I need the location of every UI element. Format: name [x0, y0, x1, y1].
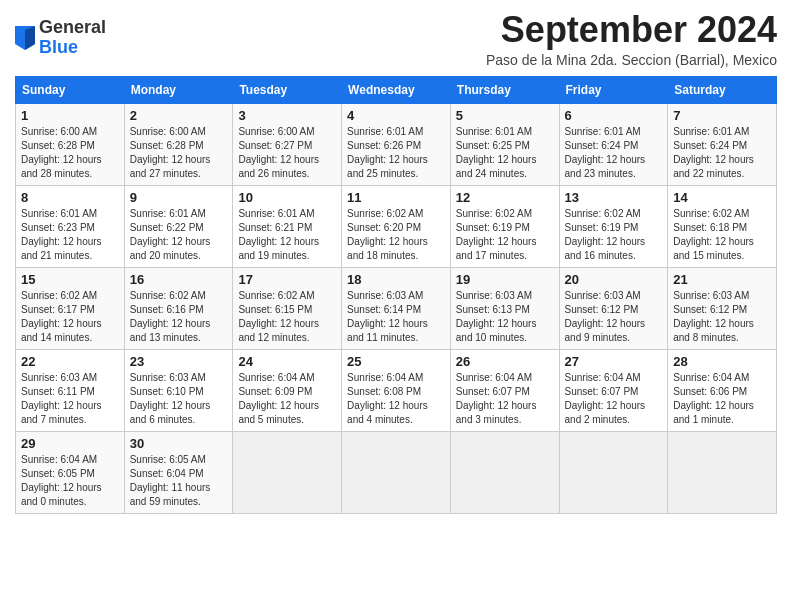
day-cell: 8 Sunrise: 6:01 AM Sunset: 6:23 PM Dayli…: [16, 185, 125, 267]
day-number: 20: [565, 272, 663, 287]
day-cell: [668, 431, 777, 513]
day-number: 10: [238, 190, 336, 205]
day-detail: Sunrise: 6:03 AM Sunset: 6:10 PM Dayligh…: [130, 371, 228, 427]
day-cell: 23 Sunrise: 6:03 AM Sunset: 6:10 PM Dayl…: [124, 349, 233, 431]
day-detail: Sunrise: 6:05 AM Sunset: 6:04 PM Dayligh…: [130, 453, 228, 509]
day-cell: [233, 431, 342, 513]
day-detail: Sunrise: 6:01 AM Sunset: 6:22 PM Dayligh…: [130, 207, 228, 263]
day-detail: Sunrise: 6:01 AM Sunset: 6:23 PM Dayligh…: [21, 207, 119, 263]
day-cell: 27 Sunrise: 6:04 AM Sunset: 6:07 PM Dayl…: [559, 349, 668, 431]
day-number: 4: [347, 108, 445, 123]
day-detail: Sunrise: 6:01 AM Sunset: 6:21 PM Dayligh…: [238, 207, 336, 263]
day-number: 5: [456, 108, 554, 123]
day-detail: Sunrise: 6:02 AM Sunset: 6:19 PM Dayligh…: [456, 207, 554, 263]
day-cell: 26 Sunrise: 6:04 AM Sunset: 6:07 PM Dayl…: [450, 349, 559, 431]
day-cell: 1 Sunrise: 6:00 AM Sunset: 6:28 PM Dayli…: [16, 103, 125, 185]
day-detail: Sunrise: 6:04 AM Sunset: 6:05 PM Dayligh…: [21, 453, 119, 509]
day-detail: Sunrise: 6:04 AM Sunset: 6:08 PM Dayligh…: [347, 371, 445, 427]
day-number: 21: [673, 272, 771, 287]
day-cell: 15 Sunrise: 6:02 AM Sunset: 6:17 PM Dayl…: [16, 267, 125, 349]
col-tuesday: Tuesday: [233, 76, 342, 103]
day-cell: [342, 431, 451, 513]
day-cell: 18 Sunrise: 6:03 AM Sunset: 6:14 PM Dayl…: [342, 267, 451, 349]
day-cell: 16 Sunrise: 6:02 AM Sunset: 6:16 PM Dayl…: [124, 267, 233, 349]
day-number: 18: [347, 272, 445, 287]
day-number: 15: [21, 272, 119, 287]
day-cell: 12 Sunrise: 6:02 AM Sunset: 6:19 PM Dayl…: [450, 185, 559, 267]
day-number: 22: [21, 354, 119, 369]
day-number: 26: [456, 354, 554, 369]
day-detail: Sunrise: 6:00 AM Sunset: 6:27 PM Dayligh…: [238, 125, 336, 181]
day-number: 8: [21, 190, 119, 205]
day-cell: 14 Sunrise: 6:02 AM Sunset: 6:18 PM Dayl…: [668, 185, 777, 267]
day-detail: Sunrise: 6:01 AM Sunset: 6:26 PM Dayligh…: [347, 125, 445, 181]
day-detail: Sunrise: 6:02 AM Sunset: 6:20 PM Dayligh…: [347, 207, 445, 263]
day-cell: 5 Sunrise: 6:01 AM Sunset: 6:25 PM Dayli…: [450, 103, 559, 185]
location-title: Paso de la Mina 2da. Seccion (Barrial), …: [486, 52, 777, 68]
day-number: 27: [565, 354, 663, 369]
header: General Blue September 2024 Paso de la M…: [15, 10, 777, 68]
day-number: 24: [238, 354, 336, 369]
day-number: 2: [130, 108, 228, 123]
day-detail: Sunrise: 6:03 AM Sunset: 6:13 PM Dayligh…: [456, 289, 554, 345]
day-cell: 29 Sunrise: 6:04 AM Sunset: 6:05 PM Dayl…: [16, 431, 125, 513]
page-container: General Blue September 2024 Paso de la M…: [15, 10, 777, 514]
svg-marker-1: [25, 26, 35, 50]
logo-blue-text: Blue: [39, 37, 78, 57]
day-cell: 25 Sunrise: 6:04 AM Sunset: 6:08 PM Dayl…: [342, 349, 451, 431]
calendar-table: Sunday Monday Tuesday Wednesday Thursday…: [15, 76, 777, 514]
day-detail: Sunrise: 6:02 AM Sunset: 6:18 PM Dayligh…: [673, 207, 771, 263]
day-detail: Sunrise: 6:02 AM Sunset: 6:17 PM Dayligh…: [21, 289, 119, 345]
day-cell: 30 Sunrise: 6:05 AM Sunset: 6:04 PM Dayl…: [124, 431, 233, 513]
day-number: 11: [347, 190, 445, 205]
day-cell: 22 Sunrise: 6:03 AM Sunset: 6:11 PM Dayl…: [16, 349, 125, 431]
logo-icon: [15, 26, 35, 50]
day-cell: 4 Sunrise: 6:01 AM Sunset: 6:26 PM Dayli…: [342, 103, 451, 185]
day-detail: Sunrise: 6:01 AM Sunset: 6:25 PM Dayligh…: [456, 125, 554, 181]
month-title: September 2024: [486, 10, 777, 50]
logo-general-text: General: [39, 17, 106, 37]
week-row-1: 1 Sunrise: 6:00 AM Sunset: 6:28 PM Dayli…: [16, 103, 777, 185]
col-thursday: Thursday: [450, 76, 559, 103]
day-number: 17: [238, 272, 336, 287]
day-cell: 7 Sunrise: 6:01 AM Sunset: 6:24 PM Dayli…: [668, 103, 777, 185]
day-detail: Sunrise: 6:03 AM Sunset: 6:12 PM Dayligh…: [673, 289, 771, 345]
day-number: 28: [673, 354, 771, 369]
col-sunday: Sunday: [16, 76, 125, 103]
day-detail: Sunrise: 6:01 AM Sunset: 6:24 PM Dayligh…: [673, 125, 771, 181]
week-row-4: 22 Sunrise: 6:03 AM Sunset: 6:11 PM Dayl…: [16, 349, 777, 431]
day-cell: 2 Sunrise: 6:00 AM Sunset: 6:28 PM Dayli…: [124, 103, 233, 185]
day-cell: 20 Sunrise: 6:03 AM Sunset: 6:12 PM Dayl…: [559, 267, 668, 349]
day-cell: 6 Sunrise: 6:01 AM Sunset: 6:24 PM Dayli…: [559, 103, 668, 185]
day-number: 3: [238, 108, 336, 123]
day-number: 16: [130, 272, 228, 287]
day-detail: Sunrise: 6:00 AM Sunset: 6:28 PM Dayligh…: [21, 125, 119, 181]
week-row-5: 29 Sunrise: 6:04 AM Sunset: 6:05 PM Dayl…: [16, 431, 777, 513]
day-number: 12: [456, 190, 554, 205]
day-cell: 24 Sunrise: 6:04 AM Sunset: 6:09 PM Dayl…: [233, 349, 342, 431]
day-cell: 21 Sunrise: 6:03 AM Sunset: 6:12 PM Dayl…: [668, 267, 777, 349]
day-cell: 19 Sunrise: 6:03 AM Sunset: 6:13 PM Dayl…: [450, 267, 559, 349]
day-detail: Sunrise: 6:02 AM Sunset: 6:19 PM Dayligh…: [565, 207, 663, 263]
day-detail: Sunrise: 6:02 AM Sunset: 6:15 PM Dayligh…: [238, 289, 336, 345]
col-monday: Monday: [124, 76, 233, 103]
day-detail: Sunrise: 6:01 AM Sunset: 6:24 PM Dayligh…: [565, 125, 663, 181]
day-number: 13: [565, 190, 663, 205]
day-detail: Sunrise: 6:03 AM Sunset: 6:11 PM Dayligh…: [21, 371, 119, 427]
day-number: 19: [456, 272, 554, 287]
day-detail: Sunrise: 6:03 AM Sunset: 6:12 PM Dayligh…: [565, 289, 663, 345]
day-number: 30: [130, 436, 228, 451]
day-detail: Sunrise: 6:04 AM Sunset: 6:09 PM Dayligh…: [238, 371, 336, 427]
day-number: 1: [21, 108, 119, 123]
day-number: 14: [673, 190, 771, 205]
day-detail: Sunrise: 6:00 AM Sunset: 6:28 PM Dayligh…: [130, 125, 228, 181]
day-cell: [559, 431, 668, 513]
col-saturday: Saturday: [668, 76, 777, 103]
day-number: 7: [673, 108, 771, 123]
week-row-3: 15 Sunrise: 6:02 AM Sunset: 6:17 PM Dayl…: [16, 267, 777, 349]
header-row: Sunday Monday Tuesday Wednesday Thursday…: [16, 76, 777, 103]
day-cell: 10 Sunrise: 6:01 AM Sunset: 6:21 PM Dayl…: [233, 185, 342, 267]
day-detail: Sunrise: 6:04 AM Sunset: 6:06 PM Dayligh…: [673, 371, 771, 427]
day-detail: Sunrise: 6:02 AM Sunset: 6:16 PM Dayligh…: [130, 289, 228, 345]
day-detail: Sunrise: 6:04 AM Sunset: 6:07 PM Dayligh…: [456, 371, 554, 427]
